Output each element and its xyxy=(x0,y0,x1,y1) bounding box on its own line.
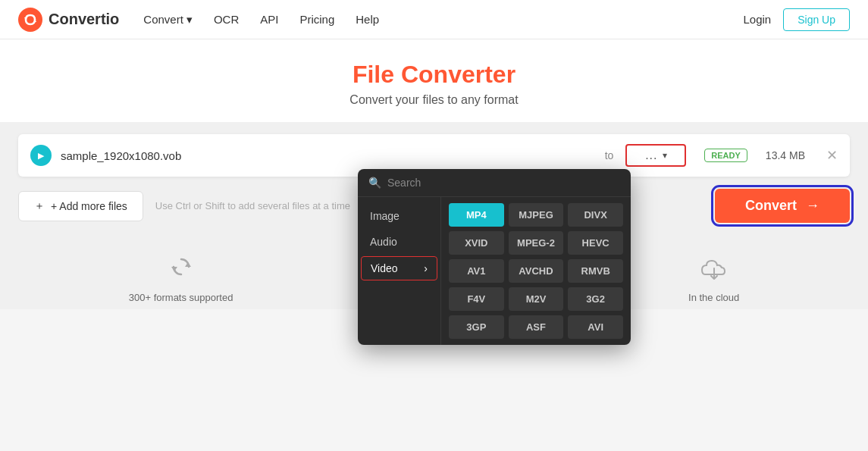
hero-title: File Converter xyxy=(0,61,868,89)
chevron-down-icon: ▾ xyxy=(186,13,193,27)
format-selector[interactable]: ... ▾ xyxy=(625,144,686,167)
format-btn-rmvb[interactable]: RMVB xyxy=(568,259,623,283)
to-label: to xyxy=(605,149,614,161)
nav-help[interactable]: Help xyxy=(356,13,379,26)
search-row: 🔍 xyxy=(358,169,631,197)
arrow-right-icon: → xyxy=(806,198,819,214)
nav-links: Convert ▾ OCR API Pricing Help xyxy=(143,13,719,27)
add-files-button[interactable]: ＋ + Add more files xyxy=(18,191,143,221)
search-icon: 🔍 xyxy=(368,177,381,189)
nav-ocr[interactable]: OCR xyxy=(214,13,239,26)
nav-convert[interactable]: Convert ▾ xyxy=(143,13,193,27)
feature-cloud: In the cloud xyxy=(688,253,739,303)
categories: Image Audio Video › xyxy=(358,197,441,345)
format-dropdown: 🔍 Image Audio Video › MP4MJPEGDIVXXVIDMP… xyxy=(358,169,631,345)
plus-icon: ＋ xyxy=(34,199,45,213)
cloud-icon xyxy=(699,253,729,286)
format-btn-3gp[interactable]: 3GP xyxy=(449,315,504,339)
nav-api[interactable]: API xyxy=(260,13,278,26)
chevron-down-icon: ▾ xyxy=(663,150,667,161)
hero-section: File Converter Convert your files to any… xyxy=(0,39,868,122)
format-btn-av1[interactable]: AV1 xyxy=(449,259,504,283)
format-btn-hevc[interactable]: HEVC xyxy=(568,231,623,255)
format-btn-f4v[interactable]: F4V xyxy=(449,287,504,311)
formats-label: 300+ formats supported xyxy=(129,292,233,303)
chevron-right-icon: › xyxy=(424,262,428,274)
format-btn-3g2[interactable]: 3G2 xyxy=(568,287,623,311)
cloud-label: In the cloud xyxy=(688,292,739,303)
formats-grid: MP4MJPEGDIVXXVIDMPEG-2HEVCAV1AVCHDRMVBF4… xyxy=(441,197,631,345)
logo-text: Convertio xyxy=(49,11,119,28)
format-btn-asf[interactable]: ASF xyxy=(509,315,564,339)
format-btn-mpeg2[interactable]: MPEG-2 xyxy=(509,231,564,255)
format-btn-avchd[interactable]: AVCHD xyxy=(509,259,564,283)
format-btn-xvid[interactable]: XVID xyxy=(449,231,504,255)
format-btn-mp4[interactable]: MP4 xyxy=(449,203,504,227)
main-area: ▶ sample_1920x1080.vob to ... ▾ READY 13… xyxy=(0,122,868,235)
navbar: Convertio Convert ▾ OCR API Pricing Help… xyxy=(0,0,868,39)
logo-icon xyxy=(18,8,42,32)
format-btn-divx[interactable]: DIVX xyxy=(568,203,623,227)
format-btn-mjpeg[interactable]: MJPEG xyxy=(509,203,564,227)
category-audio[interactable]: Audio xyxy=(358,229,440,255)
convert-button[interactable]: Convert → xyxy=(715,189,850,223)
format-btn-m2v[interactable]: M2V xyxy=(509,287,564,311)
nav-pricing[interactable]: Pricing xyxy=(299,13,334,26)
category-video[interactable]: Video › xyxy=(361,256,437,280)
dropdown-body: Image Audio Video › MP4MJPEGDIVXXVIDMPEG… xyxy=(358,197,631,345)
category-image[interactable]: Image xyxy=(358,203,440,229)
refresh-icon xyxy=(168,253,195,286)
search-input[interactable] xyxy=(387,177,620,189)
svg-point-0 xyxy=(18,8,42,32)
ready-badge: READY xyxy=(704,149,747,162)
file-play-icon: ▶ xyxy=(30,145,52,166)
file-name: sample_1920x1080.vob xyxy=(61,149,596,162)
format-btn-avi[interactable]: AVI xyxy=(568,315,623,339)
login-button[interactable]: Login xyxy=(743,13,771,26)
svg-marker-4 xyxy=(171,267,177,271)
logo[interactable]: Convertio xyxy=(18,8,119,32)
hero-subtitle: Convert your files to any format xyxy=(0,93,868,107)
feature-formats: 300+ formats supported xyxy=(129,253,233,303)
svg-marker-3 xyxy=(185,262,191,267)
format-dots: ... xyxy=(645,149,657,162)
signup-button[interactable]: Sign Up xyxy=(783,8,850,31)
file-size: 13.4 MB xyxy=(766,149,805,161)
close-button[interactable]: ✕ xyxy=(826,147,838,164)
nav-actions: Login Sign Up xyxy=(743,8,850,31)
